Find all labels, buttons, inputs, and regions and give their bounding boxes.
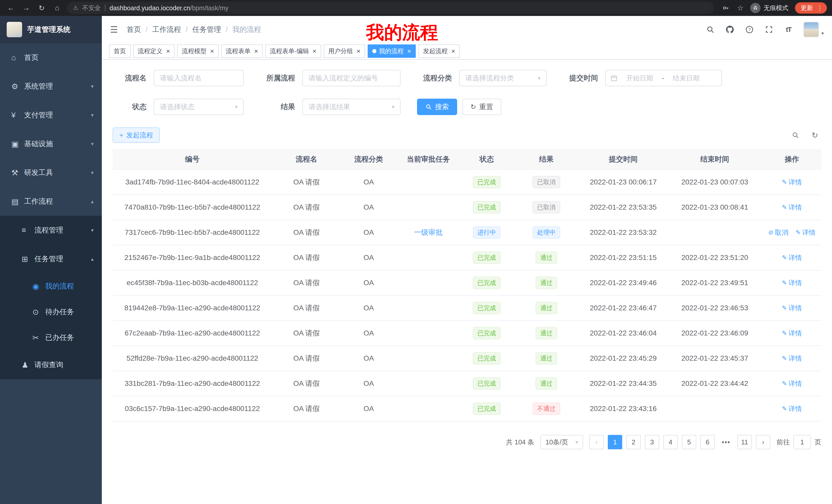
- close-icon[interactable]: ×: [357, 48, 361, 54]
- sidebar-item-home[interactable]: ⌂首页: [0, 43, 102, 72]
- process-input[interactable]: [309, 74, 394, 82]
- tab-user-group[interactable]: 用户分组×: [324, 45, 365, 58]
- key-icon[interactable]: [721, 3, 730, 12]
- sidebar-item-todo-tasks[interactable]: ⊙待办任务: [0, 299, 102, 325]
- close-icon[interactable]: ×: [407, 48, 411, 54]
- address-bar[interactable]: ⚠ 不安全 dashboard.yudao.iocoder.cn/bpm/tas…: [67, 2, 714, 14]
- tab-my-process[interactable]: 我的流程×: [368, 45, 416, 58]
- end-date-input[interactable]: [667, 74, 706, 82]
- back-icon[interactable]: ←: [5, 4, 17, 12]
- page-size-select[interactable]: 10条/页 ▾: [541, 435, 583, 449]
- user-menu[interactable]: ▾: [803, 22, 824, 37]
- close-icon[interactable]: ×: [451, 48, 455, 54]
- sidebar-item-payment[interactable]: ¥支付管理▾: [0, 101, 102, 130]
- start-process-button[interactable]: + 发起流程: [113, 128, 160, 143]
- date-range-picker[interactable]: -: [605, 70, 722, 86]
- breadcrumb-separator: /: [226, 25, 228, 34]
- close-icon[interactable]: ×: [210, 48, 214, 54]
- category-select[interactable]: 请选择流程分类 ▾: [459, 70, 547, 86]
- done-icon: ✂: [32, 333, 45, 342]
- detail-link[interactable]: ✎详情: [782, 203, 802, 212]
- tab-process-form[interactable]: 流程表单×: [221, 45, 262, 58]
- reset-button[interactable]: ↻ 重置: [462, 99, 501, 115]
- user-avatar[interactable]: [803, 22, 819, 37]
- more-pages-button[interactable]: •••: [719, 435, 733, 449]
- close-icon[interactable]: ×: [254, 48, 258, 54]
- sidebar-menu: ⌂首页⚙系统管理▾¥支付管理▾▣基础设施▾⚒研发工具▾▤工作流程▴≡流程管理▾⊞…: [0, 43, 102, 504]
- tab-home[interactable]: 首页: [109, 45, 131, 58]
- prev-page-button[interactable]: ‹: [589, 435, 604, 449]
- action-label: 详情: [788, 178, 802, 187]
- tab-process-model[interactable]: 流程模型×: [177, 45, 218, 58]
- bookmark-star-icon[interactable]: ☆: [737, 4, 744, 12]
- next-page-button[interactable]: ›: [756, 435, 770, 449]
- github-icon[interactable]: [725, 25, 734, 34]
- reload-icon[interactable]: ↻: [36, 4, 47, 12]
- sidebar-item-leave-query[interactable]: ♟请假查询: [0, 351, 102, 379]
- table-row: 7317cec6-7b9b-11ec-b5b7-acde48001122OA 请…: [113, 220, 821, 245]
- chevron-down-icon: ▾: [91, 112, 94, 118]
- fullscreen-icon[interactable]: [764, 25, 774, 34]
- breadcrumb-home[interactable]: 首页: [127, 25, 141, 34]
- result-tag: 处理中: [532, 226, 560, 239]
- sidebar-toggle[interactable]: ☰: [110, 24, 118, 35]
- table-row: 3ad174fb-7b9d-11ec-8404-acde48001122OA 请…: [113, 170, 821, 195]
- cancel-link[interactable]: ⊘取消: [768, 228, 788, 237]
- sidebar-item-infrastructure[interactable]: ▣基础设施▾: [0, 130, 102, 158]
- help-icon[interactable]: ?: [745, 25, 754, 34]
- detail-link[interactable]: ✎详情: [782, 379, 802, 388]
- sidebar-item-task-manage[interactable]: ⊞任务管理▴: [0, 245, 102, 273]
- sidebar-item-process-manage[interactable]: ≡流程管理▾: [0, 216, 102, 245]
- forward-icon[interactable]: →: [21, 4, 32, 12]
- browser-home-icon[interactable]: ⌂: [51, 4, 63, 12]
- goto-page-input[interactable]: [794, 435, 811, 449]
- refresh-table-icon[interactable]: ↻: [812, 131, 818, 140]
- page-button-6[interactable]: 6: [700, 435, 715, 449]
- update-button[interactable]: 更新 ⋮: [795, 2, 827, 13]
- detail-link[interactable]: ✎详情: [782, 278, 802, 287]
- breadcrumb-workflow[interactable]: 工作流程: [152, 25, 181, 34]
- sidebar-item-devtools[interactable]: ⚒研发工具▾: [0, 158, 102, 187]
- page-button-11[interactable]: 11: [737, 435, 752, 449]
- tab-process-definition[interactable]: 流程定义×: [133, 45, 175, 58]
- page-button-3[interactable]: 3: [645, 435, 659, 449]
- detail-link[interactable]: ✎详情: [782, 304, 802, 313]
- detail-link[interactable]: ✎详情: [782, 178, 802, 187]
- page-button-5[interactable]: 5: [682, 435, 696, 449]
- sidebar-logo[interactable]: 芋道管理系统: [0, 16, 102, 43]
- close-icon[interactable]: ×: [313, 48, 316, 54]
- close-icon[interactable]: ×: [166, 48, 170, 54]
- detail-link[interactable]: ✎详情: [782, 354, 802, 363]
- detail-link[interactable]: ✎详情: [782, 329, 802, 338]
- detail-link[interactable]: ✎详情: [796, 228, 815, 237]
- tab-start-process[interactable]: 发起流程×: [418, 45, 460, 58]
- breadcrumb-separator: /: [186, 25, 188, 34]
- result-select[interactable]: 请选择流结果 ▾: [302, 99, 400, 115]
- filter-process: 所属流程: [255, 70, 400, 86]
- search-toggle-icon[interactable]: [791, 131, 799, 139]
- reset-button-label: 重置: [479, 102, 493, 111]
- status-select[interactable]: 请选择状态 ▾: [154, 99, 244, 115]
- breadcrumb-task-manage[interactable]: 任务管理: [192, 25, 221, 34]
- search-button[interactable]: 搜索: [417, 99, 457, 115]
- search-icon[interactable]: [706, 25, 715, 34]
- result-cell: 通过: [513, 371, 579, 396]
- kebab-menu-icon[interactable]: ⋮: [816, 4, 823, 12]
- page-button-4[interactable]: 4: [663, 435, 678, 449]
- font-size-icon[interactable]: tT: [784, 25, 793, 34]
- sidebar-item-workflow[interactable]: ▤工作流程▴: [0, 187, 102, 216]
- result-tag: 通过: [536, 251, 557, 264]
- page-button-2[interactable]: 2: [626, 435, 641, 449]
- sidebar-item-system[interactable]: ⚙系统管理▾: [0, 72, 102, 101]
- sidebar-item-my-process[interactable]: ◉我的流程: [0, 273, 102, 299]
- tab-process-form-edit[interactable]: 流程表单-编辑×: [265, 45, 321, 58]
- sidebar-item-done-tasks[interactable]: ✂已办任务: [0, 325, 102, 351]
- task-link[interactable]: 一级审批: [414, 228, 443, 236]
- detail-link[interactable]: ✎详情: [782, 404, 802, 413]
- page-button-1[interactable]: 1: [608, 435, 622, 449]
- update-label: 更新: [801, 4, 813, 12]
- detail-link[interactable]: ✎详情: [782, 253, 802, 262]
- warning-icon: ⚠: [73, 5, 78, 11]
- process-name-input[interactable]: [160, 74, 238, 82]
- start-date-input[interactable]: [620, 74, 659, 82]
